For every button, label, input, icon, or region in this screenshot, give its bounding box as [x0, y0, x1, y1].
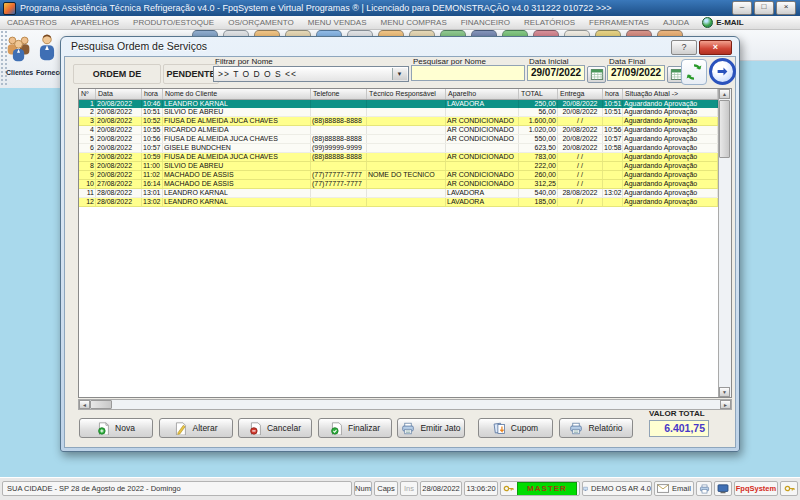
- table-cell: 10:51: [142, 108, 163, 116]
- execute-search-button[interactable]: [709, 58, 736, 85]
- menu-item-email[interactable]: E-MAIL: [696, 17, 750, 28]
- date-end-input[interactable]: 27/09/2022: [607, 65, 665, 81]
- menu-item[interactable]: FERRAMENTAS: [582, 18, 656, 27]
- scroll-right-icon[interactable]: ►: [720, 400, 731, 409]
- cupom-button[interactable]: Cupom: [478, 418, 553, 438]
- toolbar-button-clientes[interactable]: Clientes: [6, 32, 32, 76]
- menu-item[interactable]: RELATÓRIOS: [517, 18, 582, 27]
- horizontal-scroll-thumb[interactable]: [90, 400, 112, 409]
- status-email-button[interactable]: Email: [654, 481, 694, 496]
- monitor-icon: [717, 484, 729, 494]
- service-orders-table: NºDatahoraNome do ClienteTelefoneTécnico…: [78, 88, 732, 398]
- menu-item[interactable]: MENU VENDAS: [301, 18, 374, 27]
- table-row[interactable]: 220/08/202210:51SILVIO DE ABREU56,0020/0…: [79, 108, 719, 117]
- column-header[interactable]: hora: [142, 89, 163, 99]
- table-row[interactable]: 620/08/202210:57GISELE BUNDCHEN(99)99999…: [79, 144, 719, 153]
- table-row[interactable]: 320/08/202210:52FIUSA DE ALMEIDA JUCA CH…: [79, 117, 719, 126]
- scroll-up-icon[interactable]: ▲: [719, 89, 730, 99]
- table-cell: [367, 135, 446, 143]
- minimize-button[interactable]: –: [732, 1, 752, 15]
- table-cell: 56,00: [519, 108, 558, 116]
- table-cell: 10:59: [142, 153, 163, 161]
- table-cell: [603, 198, 623, 206]
- column-header[interactable]: Situação Atual ->: [623, 89, 718, 99]
- table-row[interactable]: 420/08/202210:55RICARDO ALMEIDAAR CONDIC…: [79, 126, 719, 135]
- horizontal-scrollbar[interactable]: ◄ ►: [78, 399, 732, 410]
- clients-people-icon: [6, 32, 32, 64]
- vertical-scroll-thumb[interactable]: [719, 100, 730, 158]
- table-cell: [311, 198, 367, 206]
- table-row[interactable]: 1228/08/202213:02LEANDRO KARNALLAVADORA1…: [79, 198, 719, 207]
- table-cell: Aguardando Aprovação: [623, 117, 718, 125]
- column-header[interactable]: Nome do Cliente: [163, 89, 311, 99]
- emitir-jato-button[interactable]: Emitir Jato: [397, 418, 465, 438]
- menu-item[interactable]: APARELHOS: [64, 18, 126, 27]
- vertical-scrollbar[interactable]: ▲ ▼: [718, 89, 731, 397]
- status-city: SUA CIDADE - SP 28 de Agosto de 2022 - D…: [2, 481, 352, 496]
- table-cell: [367, 198, 446, 206]
- table-row[interactable]: 120/08/202210:46LEANDRO KARNALLAVADORA25…: [79, 100, 719, 108]
- table-row[interactable]: 1128/08/202213:01LEANDRO KARNALLAVADORA5…: [79, 189, 719, 198]
- table-cell: Aguardando Aprovação: [623, 108, 718, 116]
- dialog-close-button[interactable]: ×: [699, 40, 732, 55]
- scroll-left-icon[interactable]: ◄: [79, 400, 90, 409]
- button-label: Relatório: [588, 423, 622, 433]
- table-cell: Aguardando Aprovação: [623, 162, 718, 170]
- finalizar-button[interactable]: Finalizar: [318, 418, 392, 438]
- table-cell: [603, 117, 623, 125]
- column-header[interactable]: Entrega: [558, 89, 603, 99]
- dialog-help-button[interactable]: ?: [671, 40, 697, 55]
- menu-item[interactable]: AJUDA: [656, 18, 696, 27]
- close-button[interactable]: ×: [776, 1, 796, 15]
- menu-item[interactable]: MENU COMPRAS: [374, 18, 454, 27]
- maximize-button[interactable]: □: [754, 1, 774, 15]
- column-header[interactable]: hora: [603, 89, 623, 99]
- cancelar-button[interactable]: Cancelar: [238, 418, 312, 438]
- scroll-down-icon[interactable]: ▼: [719, 387, 730, 397]
- toolbar-button-fornecedores[interactable]: Fornece: [36, 32, 58, 76]
- date-start-input[interactable]: 29/07/2022: [527, 65, 585, 81]
- table-cell: [367, 117, 446, 125]
- table-row[interactable]: 920/08/202211:02MACHADO DE ASSIS(77)7777…: [79, 171, 719, 180]
- menu-item[interactable]: CADASTROS: [0, 18, 64, 27]
- menu-item[interactable]: PRODUTO/ESTOQUE: [126, 18, 221, 27]
- relat-rio-button[interactable]: Relatório: [559, 418, 633, 438]
- table-row[interactable]: 720/08/202210:59FIUSA DE ALMEIDA JUCA CH…: [79, 153, 719, 162]
- table-cell: 5: [79, 135, 96, 143]
- refresh-button[interactable]: [681, 59, 707, 85]
- table-row[interactable]: 520/08/202210:56FIUSA DE ALMEIDA JUCA CH…: [79, 135, 719, 144]
- column-header[interactable]: TOTAL: [519, 89, 558, 99]
- menu-item[interactable]: FINANCEIRO: [454, 18, 517, 27]
- table-cell: 20/08/2022: [96, 108, 142, 116]
- table-cell: 540,00: [519, 189, 558, 197]
- table-cell: 7: [79, 153, 96, 161]
- chevron-down-icon[interactable]: ▼: [392, 68, 407, 80]
- status-key-button[interactable]: [780, 481, 798, 496]
- table-row[interactable]: 820/08/202211:00SILVIO DE ABREU222,00/ /…: [79, 162, 719, 171]
- table-cell: 623,50: [519, 144, 558, 152]
- window-title: Programa Assistência Técnica Refrigeraçã…: [20, 3, 732, 13]
- alterar-button[interactable]: Alterar: [159, 418, 233, 438]
- refresh-icon: [685, 63, 703, 81]
- calendar-icon: [590, 68, 604, 81]
- table-row[interactable]: 1027/08/202216:14MACHADO DE ASSIS(77)777…: [79, 180, 719, 189]
- filter-by-name-select[interactable]: >> T O D O S << ▼: [213, 66, 409, 82]
- status-printer-button[interactable]: [696, 481, 712, 496]
- status-monitor-button[interactable]: [714, 481, 732, 496]
- table-cell: 1.600,00: [519, 117, 558, 125]
- column-header[interactable]: Aparelho: [446, 89, 519, 99]
- filter-by-name-label: Filtrar por Nome: [215, 57, 273, 66]
- menu-item[interactable]: OS/ORÇAMENTO: [221, 18, 301, 27]
- table-cell: 10:52: [142, 117, 163, 125]
- table-cell: Aguardando Aprovação: [623, 126, 718, 134]
- table-cell: 13:02: [603, 189, 623, 197]
- column-header[interactable]: Nº: [79, 89, 96, 99]
- column-header[interactable]: Telefone: [311, 89, 367, 99]
- table-cell: 8: [79, 162, 96, 170]
- date-start-calendar-button[interactable]: [587, 66, 606, 83]
- column-header[interactable]: Técnico Responsável: [367, 89, 446, 99]
- nova-button[interactable]: Nova: [79, 418, 153, 438]
- table-cell: 20/08/2022: [96, 100, 142, 108]
- column-header[interactable]: Data: [96, 89, 142, 99]
- search-input[interactable]: [411, 65, 525, 81]
